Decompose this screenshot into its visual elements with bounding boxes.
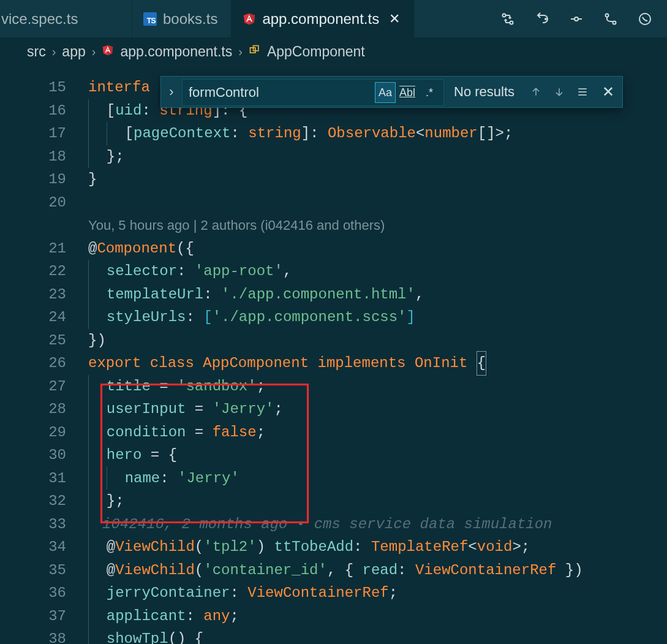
- tab-label: books.ts: [163, 10, 217, 28]
- git-merge-icon[interactable]: [602, 10, 619, 28]
- find-widget: › Aa Abl .* No results ✕: [160, 76, 623, 108]
- git-revert-icon[interactable]: [533, 10, 551, 28]
- svg-point-4: [606, 13, 609, 17]
- git-blame-annotation: i042416, 2 months ago • cms service data…: [102, 513, 552, 536]
- tab-label: app.component.ts: [262, 10, 379, 28]
- svg-point-6: [639, 13, 650, 25]
- svg-point-1: [510, 21, 513, 24]
- regex-toggle[interactable]: .*: [419, 82, 440, 103]
- find-input-wrap: Aa Abl .*: [182, 79, 444, 106]
- code-lens[interactable]: You, 5 hours ago | 2 authors (i042416 an…: [88, 214, 667, 237]
- git-compare-icon[interactable]: [499, 10, 516, 28]
- angular-icon: [102, 44, 114, 60]
- class-icon: [249, 44, 261, 60]
- breadcrumb-item[interactable]: app: [62, 44, 85, 60]
- chevron-right-icon: ›: [92, 45, 96, 59]
- breadcrumb-item[interactable]: AppComponent: [267, 44, 365, 60]
- editor-tabs: vice.spec.ts TS books.ts app.component.t…: [0, 0, 667, 38]
- breadcrumb: src › app › app.component.ts › AppCompon…: [0, 38, 667, 65]
- match-whole-word-toggle[interactable]: Abl: [397, 82, 418, 103]
- find-previous-icon[interactable]: [524, 80, 548, 104]
- toggle-replace-icon[interactable]: ›: [161, 77, 182, 107]
- tab-books[interactable]: TS books.ts: [132, 0, 232, 37]
- match-case-toggle[interactable]: Aa: [375, 82, 396, 103]
- tab-app-component[interactable]: app.component.ts ✕: [232, 0, 414, 37]
- typescript-icon: TS: [143, 12, 157, 26]
- svg-point-3: [575, 17, 578, 21]
- find-next-icon[interactable]: [548, 80, 571, 104]
- git-commit-icon[interactable]: [568, 10, 585, 28]
- chevron-right-icon: ›: [52, 45, 56, 59]
- tab-label: vice.spec.ts: [1, 10, 78, 28]
- git-graph-icon[interactable]: [636, 10, 654, 28]
- breadcrumb-item[interactable]: app.component.ts: [120, 44, 232, 60]
- code-content[interactable]: interfa [uid: string]: { [pageContext: s…: [88, 76, 667, 644]
- svg-point-2: [545, 18, 547, 20]
- find-status: No results: [444, 77, 524, 107]
- angular-icon: [243, 12, 256, 26]
- close-find-icon[interactable]: ✕: [594, 77, 622, 107]
- line-numbers: 15 16 17 18 19 20 21 22 23 24 25 26 27 2…: [18, 76, 88, 644]
- find-input[interactable]: [183, 80, 371, 105]
- find-in-selection-icon[interactable]: [571, 80, 594, 104]
- svg-rect-8: [253, 45, 258, 50]
- tab-service-spec[interactable]: vice.spec.ts: [0, 0, 132, 37]
- chevron-right-icon: ›: [238, 45, 243, 59]
- svg-point-5: [613, 21, 616, 24]
- breadcrumb-item[interactable]: src: [27, 44, 46, 60]
- editor-actions: [492, 0, 667, 37]
- close-tab-icon[interactable]: ✕: [389, 11, 400, 27]
- folding-margin: [0, 65, 18, 644]
- code-editor[interactable]: 15 16 17 18 19 20 21 22 23 24 25 26 27 2…: [18, 65, 667, 644]
- svg-point-0: [503, 13, 506, 17]
